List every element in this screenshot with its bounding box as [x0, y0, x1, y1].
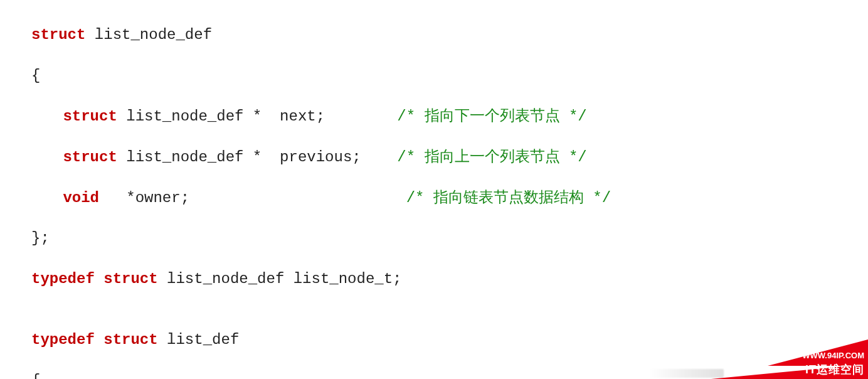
- code-line-7: typedef struct list_node_def list_node_t…: [31, 269, 868, 289]
- keyword-typedef: typedef: [31, 270, 95, 287]
- keyword-struct: struct: [63, 149, 117, 166]
- comment: /* 指向上一个列表节点 */: [397, 149, 586, 166]
- keyword-typedef: typedef: [31, 331, 95, 348]
- code-line-4: struct list_node_def * previous; /* 指向上一…: [31, 147, 868, 168]
- keyword-struct: struct: [31, 26, 85, 43]
- keyword-struct: struct: [63, 108, 117, 125]
- code-line-1: struct list_node_def: [31, 25, 868, 45]
- comment: /* 指向下一个列表节点 */: [397, 108, 586, 125]
- code-line-6: };: [31, 228, 868, 248]
- code-line-5: void *owner; /* 指向链表节点数据结构 */: [31, 188, 868, 208]
- comment: /* 指向链表节点数据结构 */: [406, 190, 611, 206]
- type-name: list_node_def: [95, 26, 212, 43]
- keyword-void: void: [63, 190, 99, 206]
- code-line-2: {: [31, 66, 868, 86]
- code-block: struct list_node_def { struct list_node_…: [0, 0, 868, 379]
- code-line-9: typedef struct list_def: [31, 330, 868, 350]
- code-line-10: {: [31, 371, 868, 379]
- keyword-struct: struct: [103, 270, 157, 287]
- code-line-3: struct list_node_def * next; /* 指向下一个列表节…: [31, 107, 868, 127]
- keyword-struct: struct: [103, 331, 157, 348]
